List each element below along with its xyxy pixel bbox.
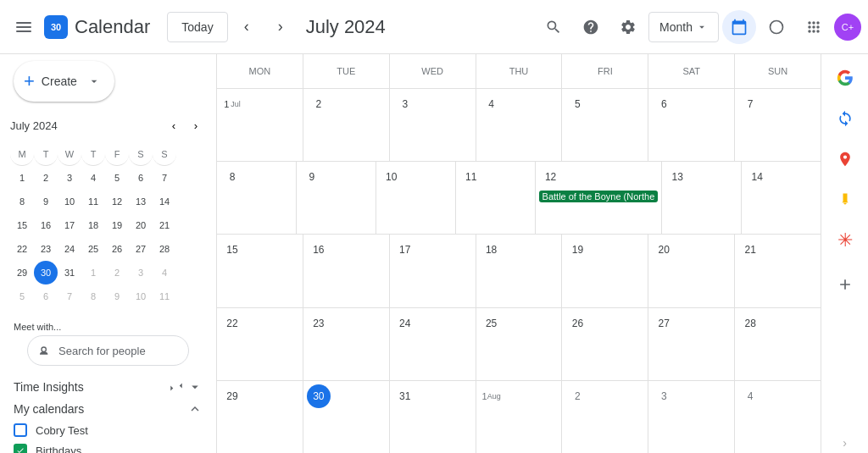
mini-cal-day[interactable]: 31 xyxy=(58,261,81,285)
calendar-checkbox-birthdays[interactable] xyxy=(14,444,27,453)
cal-day-jul-29[interactable]: 29 xyxy=(217,381,303,453)
mini-cal-day[interactable]: 1 xyxy=(10,166,34,190)
cal-day-jul-8[interactable]: 8 xyxy=(217,162,297,234)
today-button[interactable]: Today xyxy=(167,12,227,42)
help-button[interactable] xyxy=(574,10,608,44)
cal-day-jul-23[interactable]: 23 xyxy=(303,308,390,380)
cal-day-aug-1[interactable]: 1 Aug xyxy=(476,381,563,453)
cal-day-jul-22[interactable]: 22 xyxy=(217,308,303,380)
mini-cal-day[interactable]: 10 xyxy=(129,285,153,308)
cal-day-jul-14[interactable]: 14 xyxy=(742,162,821,234)
calendar-item-birthdays[interactable]: Birthdays xyxy=(0,440,216,453)
mini-cal-day[interactable]: 9 xyxy=(105,285,129,308)
mini-cal-day[interactable]: 6 xyxy=(129,166,153,190)
mini-cal-day[interactable]: 3 xyxy=(129,261,153,285)
cal-day-jul-21[interactable]: 21 xyxy=(735,235,821,307)
mini-cal-day[interactable]: 28 xyxy=(153,237,176,261)
mini-cal-day[interactable]: 4 xyxy=(81,166,105,190)
cal-day-jul-30[interactable]: 30 xyxy=(303,381,390,453)
maps-icon-button[interactable] xyxy=(828,142,862,176)
mini-cal-prev[interactable]: ‹ xyxy=(164,115,184,135)
mini-cal-day[interactable]: 11 xyxy=(153,285,176,308)
mini-cal-day[interactable]: 6 xyxy=(34,285,58,308)
event-battle-of-boyne[interactable]: Battle of the Boyne (Northe xyxy=(539,191,659,202)
mini-cal-day[interactable]: 16 xyxy=(34,213,58,237)
mini-cal-day[interactable]: 14 xyxy=(153,190,176,213)
mini-cal-day[interactable]: 17 xyxy=(58,213,81,237)
mini-cal-day[interactable]: 18 xyxy=(81,213,105,237)
user-avatar[interactable]: C+ xyxy=(834,14,861,41)
cal-day-jul-5[interactable]: 5 xyxy=(562,89,648,161)
cal-day-jul-31[interactable]: 31 xyxy=(390,381,476,453)
cal-day-jul-2[interactable]: 2 xyxy=(303,89,390,161)
cal-day-jul-25[interactable]: 25 xyxy=(476,308,563,380)
mini-cal-day[interactable]: 25 xyxy=(81,237,105,261)
keep-icon-button[interactable] xyxy=(828,183,862,217)
cal-day-jul-11[interactable]: 11 xyxy=(456,162,536,234)
cal-day-jul-18[interactable]: 18 xyxy=(476,235,563,307)
month-view-button[interactable] xyxy=(722,10,756,44)
mini-cal-day[interactable]: 8 xyxy=(10,190,34,213)
mini-cal-day[interactable]: 23 xyxy=(34,237,58,261)
cal-day-aug-3[interactable]: 3 xyxy=(648,381,735,453)
add-icon-button[interactable] xyxy=(828,268,862,301)
mini-cal-day[interactable]: 24 xyxy=(58,237,81,261)
asterisk-icon-button[interactable]: ✳ xyxy=(828,224,862,257)
mini-cal-day[interactable]: 2 xyxy=(105,261,129,285)
mini-cal-day[interactable]: 3 xyxy=(58,166,81,190)
cal-day-jul-26[interactable]: 26 xyxy=(562,308,648,380)
cal-day-jul-3[interactable]: 3 xyxy=(390,89,476,161)
tasks-button[interactable] xyxy=(760,10,793,44)
mini-cal-day[interactable]: 1 xyxy=(81,261,105,285)
search-button[interactable] xyxy=(537,10,570,44)
search-people-input[interactable]: Search for people xyxy=(27,335,189,366)
cal-day-jul-9[interactable]: 9 xyxy=(297,162,376,234)
mini-cal-day[interactable]: 19 xyxy=(105,213,129,237)
cal-day-aug-4[interactable]: 4 xyxy=(735,381,821,453)
cal-day-jul-10[interactable]: 10 xyxy=(376,162,456,234)
mini-cal-day[interactable]: 13 xyxy=(129,190,153,213)
mini-cal-day[interactable]: 5 xyxy=(105,166,129,190)
mini-cal-day[interactable]: 8 xyxy=(81,285,105,308)
prev-month-button[interactable]: ‹ xyxy=(231,12,262,42)
cal-day-jul-6[interactable]: 6 xyxy=(648,89,735,161)
time-insights-section[interactable]: Time Insights xyxy=(0,376,216,398)
mini-cal-day[interactable]: 5 xyxy=(10,285,34,308)
view-selector[interactable]: Month xyxy=(648,12,719,42)
cal-day-jul-1[interactable]: 1 Jul xyxy=(217,89,303,161)
cal-day-jul-24[interactable]: 24 xyxy=(390,308,476,380)
mini-cal-next[interactable]: › xyxy=(186,115,206,135)
mini-cal-day[interactable]: 9 xyxy=(34,190,58,213)
apps-button[interactable] xyxy=(797,10,831,44)
hamburger-button[interactable] xyxy=(7,10,41,44)
mini-cal-day[interactable]: 4 xyxy=(153,261,176,285)
cal-day-jul-19[interactable]: 19 xyxy=(562,235,648,307)
calendar-checkbox-cobry-test[interactable] xyxy=(14,423,27,437)
google-icon-button[interactable] xyxy=(828,61,862,95)
mini-cal-day[interactable]: 22 xyxy=(10,237,34,261)
cal-day-jul-4[interactable]: 4 xyxy=(476,89,563,161)
mini-cal-day[interactable]: 7 xyxy=(153,166,176,190)
mini-cal-day[interactable]: 20 xyxy=(129,213,153,237)
next-month-button[interactable]: › xyxy=(265,12,296,42)
mini-cal-day[interactable]: 26 xyxy=(105,237,129,261)
mini-cal-day[interactable]: 21 xyxy=(153,213,176,237)
my-calendars-header[interactable]: My calendars xyxy=(0,398,216,420)
cal-day-jul-15[interactable]: 15 xyxy=(217,235,303,307)
mini-cal-day[interactable]: 11 xyxy=(81,190,105,213)
mini-cal-day-today[interactable]: 30 xyxy=(34,261,58,285)
mini-cal-day[interactable]: 29 xyxy=(10,261,34,285)
cal-day-aug-2[interactable]: 2 xyxy=(562,381,648,453)
cal-day-jul-7[interactable]: 7 xyxy=(735,89,821,161)
mini-cal-day[interactable]: 27 xyxy=(129,237,153,261)
cal-day-jul-17[interactable]: 17 xyxy=(390,235,476,307)
mini-cal-day[interactable]: 2 xyxy=(34,166,58,190)
cal-day-jul-28[interactable]: 28 xyxy=(735,308,821,380)
calendar-sync-icon-button[interactable] xyxy=(828,102,862,135)
cal-day-jul-16[interactable]: 16 xyxy=(303,235,390,307)
cal-day-jul-27[interactable]: 27 xyxy=(648,308,735,380)
mini-cal-day[interactable]: 10 xyxy=(58,190,81,213)
cal-day-jul-13[interactable]: 13 xyxy=(662,162,742,234)
create-button[interactable]: + Create xyxy=(14,61,114,102)
mini-cal-day[interactable]: 12 xyxy=(105,190,129,213)
